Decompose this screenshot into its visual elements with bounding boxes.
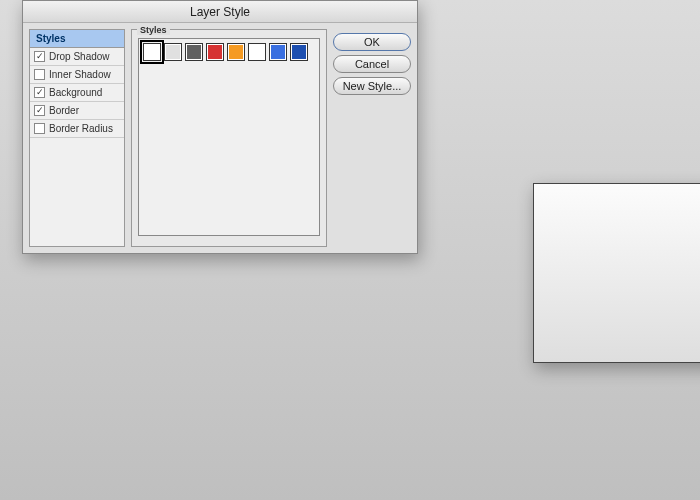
dialog-body: Styles ✓ Drop Shadow Inner Shadow ✓ Back…	[23, 23, 417, 253]
sidebar-item-background[interactable]: ✓ Background	[30, 84, 124, 102]
checkbox-icon[interactable]	[34, 123, 45, 134]
style-swatch[interactable]	[248, 43, 266, 61]
sidebar-item-label: Inner Shadow	[49, 69, 111, 80]
style-swatch[interactable]	[206, 43, 224, 61]
styles-sidebar: Styles ✓ Drop Shadow Inner Shadow ✓ Back…	[29, 29, 125, 247]
dialog-buttons: OK Cancel New Style...	[333, 29, 411, 247]
checkbox-icon[interactable]: ✓	[34, 87, 45, 98]
styles-panel-box	[131, 29, 327, 247]
sidebar-item-label: Border Radius	[49, 123, 113, 134]
sidebar-item-drop-shadow[interactable]: ✓ Drop Shadow	[30, 48, 124, 66]
checkbox-icon[interactable]	[34, 69, 45, 80]
style-swatch[interactable]	[227, 43, 245, 61]
style-swatch[interactable]	[185, 43, 203, 61]
style-swatch[interactable]	[143, 43, 161, 61]
sidebar-header[interactable]: Styles	[30, 30, 124, 48]
sidebar-item-label: Border	[49, 105, 79, 116]
ok-button[interactable]: OK	[333, 33, 411, 51]
sidebar-item-label: Drop Shadow	[49, 51, 110, 62]
secondary-window[interactable]	[533, 183, 700, 363]
swatch-area	[138, 38, 320, 236]
layer-style-dialog: Layer Style Styles ✓ Drop Shadow Inner S…	[22, 0, 418, 254]
new-style-button[interactable]: New Style...	[333, 77, 411, 95]
sidebar-item-label: Background	[49, 87, 102, 98]
styles-panel-label: Styles	[137, 25, 170, 35]
sidebar-item-inner-shadow[interactable]: Inner Shadow	[30, 66, 124, 84]
style-swatch[interactable]	[290, 43, 308, 61]
swatch-row	[143, 43, 315, 61]
style-swatch[interactable]	[269, 43, 287, 61]
dialog-title: Layer Style	[23, 1, 417, 23]
cancel-button[interactable]: Cancel	[333, 55, 411, 73]
checkbox-icon[interactable]: ✓	[34, 105, 45, 116]
sidebar-item-border[interactable]: ✓ Border	[30, 102, 124, 120]
checkbox-icon[interactable]: ✓	[34, 51, 45, 62]
styles-panel: Styles	[131, 29, 327, 247]
style-swatch[interactable]	[164, 43, 182, 61]
sidebar-item-border-radius[interactable]: Border Radius	[30, 120, 124, 138]
